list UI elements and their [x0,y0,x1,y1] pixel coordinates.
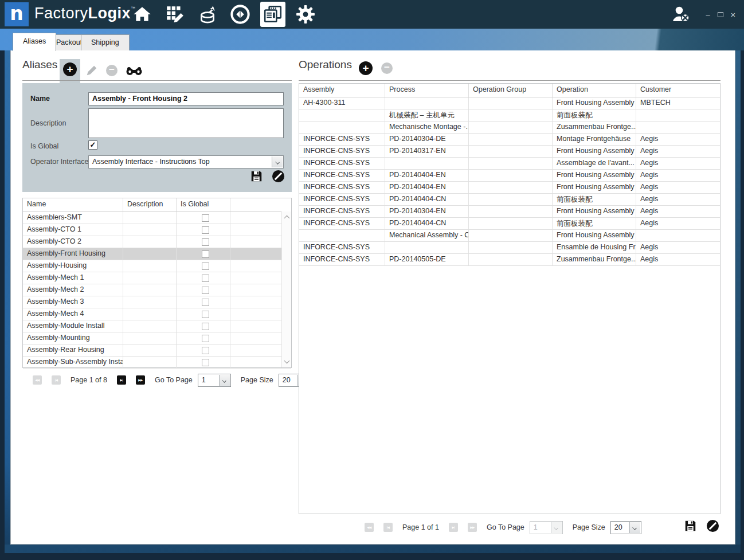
alias-row[interactable]: Assembly-Rear Housing [23,344,291,357]
operation-row[interactable]: INFORCE-CNS-SYSPD-20140304-ENFront Housi… [299,206,720,218]
is-global-checkbox[interactable] [202,250,209,258]
is-global-checkbox[interactable] [202,287,209,294]
column-header-operation[interactable]: Operation [553,84,636,97]
operation-row[interactable]: AH-4300-311Front Housing AssemblyMBTECH [299,97,720,109]
is-global-checkbox[interactable] [202,359,209,366]
alias-row[interactable]: Assembly-Mech 2 [23,284,291,296]
alias-description-cell [123,236,177,248]
tab-aliases[interactable]: Aliases [13,33,56,51]
home-icon[interactable] [130,2,155,27]
is-global-checkbox[interactable] [202,299,209,306]
search-binoculars-icon[interactable] [126,66,143,76]
scroll-up-icon[interactable] [284,216,290,221]
save-operations-button[interactable] [684,520,696,532]
cancel-alias-button[interactable] [272,170,285,183]
chevron-down-icon[interactable] [629,522,640,533]
operation-row[interactable]: INFORCE-CNS-SYSPD-20140404-CN前面板装配Aegis [299,194,720,206]
alias-form: Name Assembly - Front Housing 2 Descript… [22,83,292,192]
alias-row[interactable]: Assembly-CTO 2 [23,236,291,248]
column-header-is-global[interactable]: Is Global [177,198,230,212]
operation-row[interactable]: INFORCE-CNS-SYSAssemblage de l'avant...A… [299,158,720,170]
alias-row[interactable]: Assembly-Mech 4 [23,308,291,320]
alias-name-cell: Assembly-Mech 1 [23,272,123,284]
materials-icon[interactable] [195,2,220,27]
operations-table-body: AH-4300-311Front Housing AssemblyMBTECH机… [299,97,720,266]
operations-library-icon[interactable] [260,2,285,27]
operation-row[interactable]: Mechanical Assembly - C...Front Housing … [299,230,720,242]
settings-gear-icon[interactable] [293,2,318,27]
last-page-button[interactable]: ▶▶ [468,523,477,532]
operation-row[interactable]: Mechanische Montage -...Zusammenbau Fron… [299,122,720,134]
first-page-button[interactable]: ◀◀ [33,375,42,385]
close-button[interactable]: × [727,10,739,19]
op-operation-cell: 前面板装配 [553,109,636,121]
previous-page-button[interactable]: |◀ [383,523,393,532]
column-header-operation-group[interactable]: Operation Group [469,84,553,97]
operator-interface-select[interactable]: Assembly Interface - Instructions Top [88,155,284,169]
alias-row[interactable]: Assembly-Housing [23,260,291,272]
previous-page-button[interactable]: |◀ [52,375,61,385]
is-global-checkbox[interactable] [202,226,209,234]
alias-row[interactable]: Assembly-Module Install [23,320,291,332]
save-alias-button[interactable] [250,170,263,182]
column-header-process[interactable]: Process [385,84,469,97]
is-global-checkbox[interactable] [202,323,209,330]
is-global-checkbox[interactable] [202,238,209,246]
operation-row[interactable]: 机械装配 – 主机单元前面板装配 [299,109,720,122]
go-to-page-select[interactable]: 1 [198,374,231,387]
operation-row[interactable]: INFORCE-CNS-SYSPD-20140404-ENFront Housi… [299,182,720,194]
maximize-button[interactable] [714,10,727,19]
operation-row[interactable]: INFORCE-CNS-SYSPD-20140404-CN前面板装配Aegis [299,218,720,230]
last-page-button[interactable]: ▶▶ [136,375,145,385]
op-customer-cell [636,122,720,133]
add-operation-button[interactable]: + [359,61,373,75]
is-global-checkbox[interactable] [202,263,209,270]
op-operation-cell: Montage Frontgehäuse [553,134,636,145]
is-global-checkbox[interactable] [202,311,209,318]
column-header-name[interactable]: Name [23,198,123,212]
alias-row[interactable]: Assembly-Sub-Assembly Install [23,357,291,369]
operation-row[interactable]: INFORCE-CNS-SYSPD-20140404-ENFront Housi… [299,170,720,182]
alias-row[interactable]: Assembly-Front Housing [23,248,291,260]
operator-interface-label: Operator Interface [30,158,88,166]
chevron-down-icon[interactable] [219,375,230,386]
operation-row[interactable]: INFORCE-CNS-SYSEnsamble de Housing Fr...… [299,242,720,254]
is-global-checkbox[interactable] [202,335,209,342]
vertical-scrollbar[interactable] [281,212,291,367]
column-header-description[interactable]: Description [123,198,177,212]
add-alias-button[interactable]: + [63,62,77,76]
alias-row[interactable]: Assembly-Mech 3 [23,296,291,308]
alias-row[interactable]: Assembly-Mech 1 [23,272,291,284]
is-global-checkbox[interactable] [202,275,209,282]
alias-row[interactable]: Assembly-CTO 1 [23,224,291,236]
next-page-button[interactable]: ▶| [117,375,126,385]
operation-row[interactable]: INFORCE-CNS-SYSPD-20140505-DEZusammenbau… [299,254,720,266]
delete-alias-button[interactable]: − [106,65,118,76]
product-editor-icon[interactable] [162,2,187,27]
is-global-checkbox[interactable] [202,347,209,354]
user-logout-icon[interactable] [671,5,691,24]
operation-row[interactable]: INFORCE-CNS-SYSPD-20140304-DEMontage Fro… [299,134,720,146]
description-field[interactable] [88,108,284,138]
is-global-checkbox[interactable] [202,214,209,222]
edit-alias-button[interactable] [85,64,98,77]
alias-row[interactable]: Assemblers-SMT [23,212,291,224]
remove-operation-button[interactable]: − [381,62,393,74]
alias-row[interactable]: Assembly-Mounting [23,332,291,344]
name-field[interactable]: Assembly - Front Housing 2 [88,92,284,105]
transfer-icon[interactable] [228,2,253,27]
chevron-down-icon[interactable] [272,156,283,167]
op-assembly-cell: INFORCE-CNS-SYS [299,242,385,253]
column-header-customer[interactable]: Customer [636,84,720,97]
cancel-operations-button[interactable] [706,519,719,532]
next-page-button[interactable]: ▶| [449,523,458,532]
column-header-assembly[interactable]: Assembly [299,84,385,97]
scroll-down-icon[interactable] [284,358,290,364]
operation-row[interactable]: INFORCE-CNS-SYSPD-20140317-ENFront Housi… [299,146,720,158]
page-size-select[interactable]: 20 [610,521,641,534]
is-global-checkbox[interactable]: ✓ [88,140,97,150]
tab-shipping[interactable]: Shipping [81,34,130,50]
minimize-button[interactable]: – [702,10,714,19]
first-page-button[interactable]: ◀◀ [365,523,374,532]
alias-name-cell: Assembly-Module Install [23,320,123,332]
